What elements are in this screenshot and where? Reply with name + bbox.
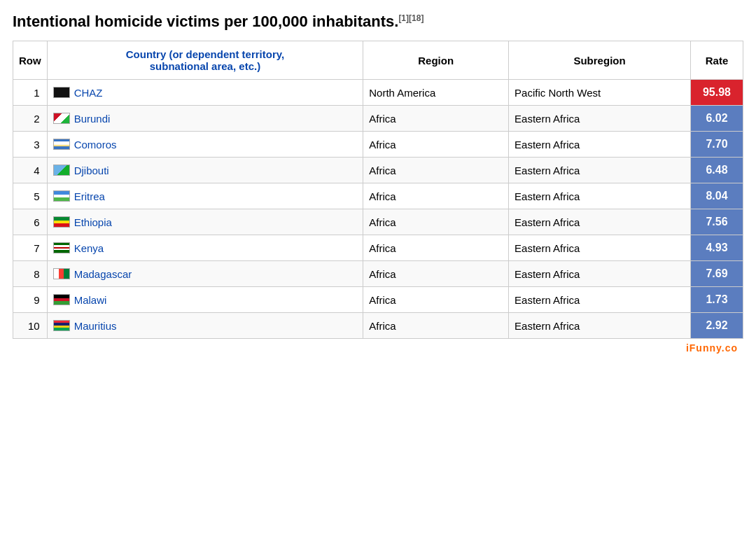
country-cell: Djibouti [47,158,363,183]
rate-cell: 7.69 [691,261,743,287]
country-flag [53,268,70,279]
country-flag [53,113,70,124]
country-name: Ethiopia [74,216,112,228]
subregion-cell: Eastern Africa [509,313,691,339]
country-cell: Mauritius [47,313,363,339]
table-row: 10MauritiusAfricaEastern Africa2.92 [13,313,743,339]
country-flag [53,139,70,150]
country-cell: Madagascar [47,261,363,287]
country-flag [53,294,70,305]
region-cell: North America [363,80,509,106]
table-row: 5EritreaAfricaEastern Africa8.04 [13,183,743,209]
col-subregion: Subregion [509,41,691,80]
country-name: Burundi [74,113,111,125]
country-name: Djibouti [74,165,109,176]
subregion-cell: Eastern Africa [509,158,691,183]
row-number: 4 [13,158,48,183]
rate-cell: 7.70 [691,132,743,158]
country-flag [53,320,70,331]
subregion-cell: Pacific North West [509,80,691,106]
row-number: 2 [13,106,48,132]
row-number: 3 [13,132,48,158]
country-cell: CHAZ [47,80,363,106]
homicide-table: Row Country (or dependent territory,subn… [13,41,743,339]
col-row: Row [13,41,48,80]
country-name: Malawi [74,294,107,306]
col-region: Region [363,41,509,80]
row-number: 7 [13,235,48,261]
subregion-cell: Eastern Africa [509,235,691,261]
col-rate: Rate [691,41,743,80]
country-cell: Malawi [47,287,363,313]
rate-cell: 6.48 [691,158,743,183]
rate-cell: 95.98 [691,80,743,106]
rate-cell: 7.56 [691,209,743,235]
country-cell: Burundi [47,106,363,132]
country-name: Comoros [74,139,117,151]
region-cell: Africa [363,313,509,339]
table-row: 7KenyaAfricaEastern Africa4.93 [13,235,743,261]
ifunny-footer: iFunny.co [13,339,743,355]
subregion-cell: Eastern Africa [509,106,691,132]
col-country: Country (or dependent territory,subnatio… [47,41,363,80]
rate-cell: 1.73 [691,287,743,313]
row-number: 10 [13,313,48,339]
country-name: Kenya [74,242,104,254]
rate-cell: 8.04 [691,183,743,209]
rate-cell: 4.93 [691,235,743,261]
region-cell: Africa [363,261,509,287]
country-name: Mauritius [74,320,117,332]
region-cell: Africa [363,183,509,209]
country-cell: Ethiopia [47,209,363,235]
table-row: 8MadagascarAfricaEastern Africa7.69 [13,261,743,287]
page-title: Intentional homicide victims per 100,000… [13,13,743,31]
row-number: 6 [13,209,48,235]
rate-cell: 2.92 [691,313,743,339]
row-number: 9 [13,287,48,313]
table-row: 1CHAZNorth AmericaPacific North West95.9… [13,80,743,106]
country-flag [53,165,70,176]
table-row: 9MalawiAfricaEastern Africa1.73 [13,287,743,313]
country-cell: Eritrea [47,183,363,209]
region-cell: Africa [363,158,509,183]
country-flag [53,87,70,98]
country-name: Madagascar [74,268,132,280]
country-flag [53,242,70,253]
table-row: 4DjiboutiAfricaEastern Africa6.48 [13,158,743,183]
subregion-cell: Eastern Africa [509,132,691,158]
subregion-cell: Eastern Africa [509,209,691,235]
row-number: 8 [13,261,48,287]
region-cell: Africa [363,235,509,261]
table-row: 3ComorosAfricaEastern Africa7.70 [13,132,743,158]
rate-cell: 6.02 [691,106,743,132]
region-cell: Africa [363,209,509,235]
region-cell: Africa [363,106,509,132]
country-flag [53,190,70,202]
subregion-cell: Eastern Africa [509,287,691,313]
country-name: Eritrea [74,190,105,202]
region-cell: Africa [363,132,509,158]
row-number: 1 [13,80,48,106]
country-name: CHAZ [74,87,103,99]
table-row: 2BurundiAfricaEastern Africa6.02 [13,106,743,132]
subregion-cell: Eastern Africa [509,261,691,287]
row-number: 5 [13,183,48,209]
country-cell: Comoros [47,132,363,158]
country-flag [53,216,70,228]
country-cell: Kenya [47,235,363,261]
region-cell: Africa [363,287,509,313]
subregion-cell: Eastern Africa [509,183,691,209]
table-row: 6EthiopiaAfricaEastern Africa7.56 [13,209,743,235]
